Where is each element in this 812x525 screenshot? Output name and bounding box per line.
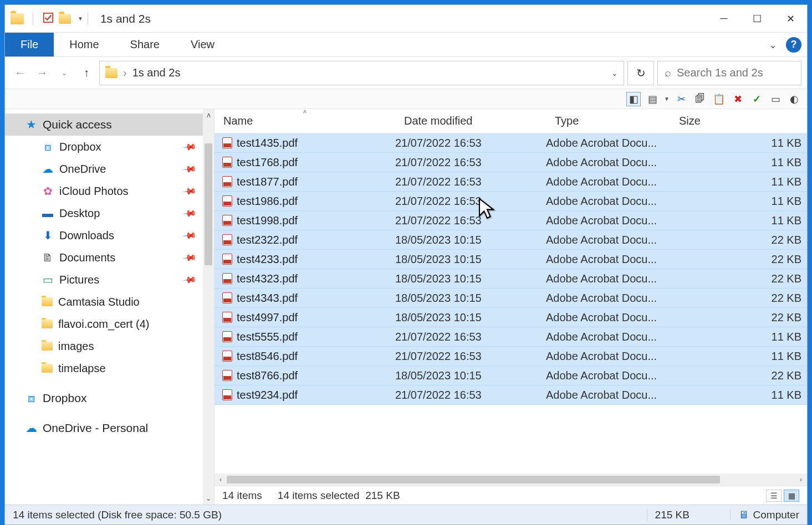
status-item-count: 14 items <box>222 490 262 502</box>
paste-icon[interactable]: 📋 <box>712 92 726 106</box>
scroll-right-icon[interactable]: › <box>795 473 807 486</box>
file-type: Adobe Acrobat Docu... <box>546 234 670 246</box>
sidebar-item[interactable]: ▭Pictures📌 <box>5 269 214 291</box>
search-input[interactable] <box>677 66 812 79</box>
ribbon-tabs: File Home Share View ⌄ ? <box>5 33 807 57</box>
sidebar-item[interactable]: Camtasia Studio <box>5 291 214 313</box>
column-type[interactable]: Type <box>546 109 670 133</box>
column-date[interactable]: Date modified <box>395 109 546 133</box>
file-row[interactable]: test1768.pdf21/07/2022 16:53Adobe Acroba… <box>215 153 807 172</box>
sidebar-item-icon: ▭ <box>42 274 54 286</box>
file-size: 11 KB <box>670 331 807 343</box>
toolbar-dropdown-icon[interactable]: ▼ <box>664 96 670 102</box>
scroll-up-icon[interactable]: ʌ <box>203 109 214 121</box>
file-row[interactable]: test4997.pdf18/05/2023 10:15Adobe Acroba… <box>215 308 807 327</box>
file-row[interactable]: test4323.pdf18/05/2023 10:15Adobe Acroba… <box>215 269 807 289</box>
hscroll-thumb[interactable] <box>227 476 720 483</box>
file-name: test1877.pdf <box>237 176 298 188</box>
ribbon-collapse-icon[interactable]: ⌄ <box>763 33 783 56</box>
pdf-icon <box>222 331 232 342</box>
pdf-icon <box>222 176 232 187</box>
file-size: 22 KB <box>670 253 807 266</box>
file-name: test1998.pdf <box>237 214 298 227</box>
file-row[interactable]: test5555.pdf21/07/2022 16:53Adobe Acroba… <box>215 327 807 347</box>
file-row[interactable]: test4343.pdf18/05/2023 10:15Adobe Acroba… <box>215 289 807 308</box>
file-row[interactable]: test9234.pdf21/07/2022 16:53Adobe Acroba… <box>215 385 807 405</box>
column-name[interactable]: ʌ Name <box>215 109 395 133</box>
scroll-left-icon[interactable]: ‹ <box>215 473 227 486</box>
refresh-button[interactable]: ↻ <box>627 61 654 85</box>
sidebar-item-label: Documents <box>59 251 115 264</box>
qat-dropdown-icon[interactable]: ▼ <box>78 16 83 22</box>
copy-icon[interactable]: 🗐 <box>693 92 707 106</box>
close-button[interactable]: ✕ <box>774 5 807 33</box>
back-button[interactable]: ← <box>11 64 29 83</box>
sidebar-item[interactable]: ▬Desktop📌 <box>5 202 214 224</box>
sidebar-onedrive-root[interactable]: ☁OneDrive - Personal <box>5 417 214 439</box>
minimize-button[interactable]: ─ <box>707 5 740 33</box>
sidebar-item-label: OneDrive <box>59 163 106 176</box>
delete-icon[interactable]: ✖ <box>731 92 745 106</box>
address-dropdown-icon[interactable]: ⌄ <box>611 69 618 78</box>
scroll-down-icon[interactable]: ⌄ <box>203 492 214 505</box>
file-row[interactable]: test1986.pdf21/07/2022 16:53Adobe Acroba… <box>215 192 807 211</box>
file-row[interactable]: test1877.pdf21/07/2022 16:53Adobe Acroba… <box>215 172 807 192</box>
properties-tool-icon[interactable]: ◐ <box>787 92 801 106</box>
cut-icon[interactable]: ✂ <box>674 92 688 106</box>
file-list-pane: ʌ Name Date modified Type Size test1435.… <box>215 109 807 505</box>
quick-access-icon: ★ <box>25 119 37 131</box>
preview-pane-icon[interactable]: ◧ <box>626 92 641 106</box>
maximize-button[interactable]: ☐ <box>740 5 774 33</box>
scroll-thumb[interactable] <box>205 143 212 265</box>
sidebar-item[interactable]: flavoi.com_cert (4) <box>5 313 214 335</box>
rename-icon[interactable]: ▭ <box>768 92 783 106</box>
sidebar-item[interactable]: ⬇Downloads📌 <box>5 224 214 246</box>
forward-button[interactable]: → <box>33 64 52 83</box>
sidebar-item[interactable]: ✿iCloud Photos📌 <box>5 180 214 202</box>
column-size[interactable]: Size <box>670 109 807 133</box>
file-row[interactable]: test1998.pdf21/07/2022 16:53Adobe Acroba… <box>215 211 807 230</box>
sidebar-quick-access[interactable]: ★Quick access <box>5 114 214 136</box>
file-size: 11 KB <box>670 176 807 188</box>
search-box[interactable]: ⌕ <box>657 61 801 85</box>
details-pane-icon[interactable]: ▤ <box>645 92 660 106</box>
address-bar[interactable]: › 1s and 2s ⌄ <box>99 61 624 85</box>
breadcrumb-separator-icon[interactable]: › <box>123 66 127 79</box>
window-controls: ─ ☐ ✕ <box>707 5 807 33</box>
thumbnails-view-button[interactable]: ▦ <box>784 490 799 502</box>
horizontal-scrollbar[interactable]: ‹ › <box>215 473 807 486</box>
sidebar-item-label: flavoi.com_cert (4) <box>58 318 150 331</box>
bottom-location: 🖥 Computer <box>730 509 799 521</box>
tab-home[interactable]: Home <box>54 33 114 56</box>
file-row[interactable]: test4233.pdf18/05/2023 10:15Adobe Acroba… <box>215 250 807 269</box>
new-folder-icon[interactable] <box>59 14 71 24</box>
up-button[interactable]: ↑ <box>77 64 96 83</box>
details-view-button[interactable]: ☰ <box>766 490 782 502</box>
sidebar-dropbox-root[interactable]: ⧈Dropbox <box>5 387 214 409</box>
file-row[interactable]: test8766.pdf18/05/2023 10:15Adobe Acroba… <box>215 366 807 385</box>
file-name: test4997.pdf <box>237 311 298 324</box>
history-dropdown-icon[interactable]: ⌄ <box>55 64 74 83</box>
sidebar-scrollbar[interactable]: ʌ ⌄ <box>203 109 214 505</box>
file-row[interactable]: test2322.pdf18/05/2023 10:15Adobe Acroba… <box>215 230 807 250</box>
sidebar-item[interactable]: ☁OneDrive📌 <box>5 158 214 180</box>
bottom-summary: 14 items selected (Disk free space: 50.5… <box>13 509 222 521</box>
file-row[interactable]: test1435.pdf21/07/2022 16:53Adobe Acroba… <box>215 133 807 153</box>
file-row[interactable]: test8546.pdf21/07/2022 16:53Adobe Acroba… <box>215 347 807 366</box>
tab-file[interactable]: File <box>5 33 54 56</box>
tab-view[interactable]: View <box>175 33 230 56</box>
pin-icon: 📌 <box>182 272 197 287</box>
sidebar-item-label: Camtasia Studio <box>58 296 140 308</box>
file-size: 22 KB <box>670 234 807 246</box>
file-type: Adobe Acrobat Docu... <box>546 214 670 227</box>
properties-icon[interactable] <box>42 12 54 26</box>
sidebar-item[interactable]: images <box>5 335 214 357</box>
sidebar-item[interactable]: timelapse <box>5 357 214 379</box>
tab-share[interactable]: Share <box>115 33 175 56</box>
breadcrumb-folder[interactable]: 1s and 2s <box>132 66 181 79</box>
sidebar-item[interactable]: 🗎Documents📌 <box>5 246 214 269</box>
undo-icon[interactable]: ✓ <box>749 92 764 106</box>
help-button[interactable]: ? <box>786 37 801 53</box>
pdf-icon <box>222 273 232 284</box>
sidebar-item[interactable]: ⧈Dropbox📌 <box>5 136 214 158</box>
